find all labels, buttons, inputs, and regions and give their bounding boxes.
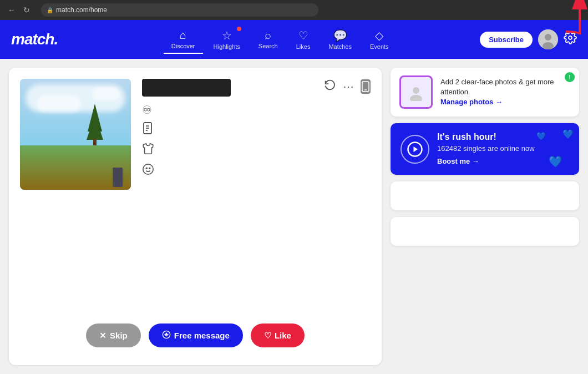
icon-row-3	[142, 143, 371, 158]
lock-icon: 🔒	[47, 7, 53, 13]
svg-point-14	[146, 168, 147, 169]
nav-item-likes[interactable]: ♡ Likes	[288, 26, 318, 54]
user-avatar[interactable]	[538, 29, 558, 49]
shirt-icon	[142, 143, 154, 158]
heart-decoration-3: 💙	[536, 132, 546, 140]
highlights-icon: ☆	[222, 29, 232, 42]
profile-name-redacted	[142, 79, 231, 97]
highlights-badge	[237, 27, 241, 31]
nav-right-section: Subscribe	[480, 29, 577, 49]
cloud-3	[92, 87, 120, 101]
person-silhouette	[113, 168, 123, 187]
svg-point-19	[410, 95, 422, 101]
browser-nav-controls: ← ↻	[6, 4, 32, 16]
infinity-icon: ♾	[142, 103, 152, 117]
skip-icon: ✕	[99, 331, 107, 341]
photo-prompt-avatar	[399, 75, 433, 109]
nav-label-search: Search	[258, 43, 278, 49]
icon-row-2	[142, 122, 371, 137]
cloud-2	[37, 95, 81, 112]
nav-label-events: Events	[370, 43, 389, 50]
tree-svg	[87, 101, 103, 145]
events-icon: ◇	[375, 29, 383, 42]
like-label: Like	[275, 331, 291, 340]
nav-item-discover[interactable]: ⌂ Discover	[164, 26, 203, 54]
browser-chrome: ← ↻ 🔒 match.com/home	[0, 0, 588, 20]
more-options-button[interactable]: ⋯	[343, 80, 354, 93]
empty-card-2	[391, 217, 579, 246]
photo-prompt-card: Add 2 clear-face photos & get more atten…	[391, 68, 579, 117]
nav-links: ⌂ Discover ☆ Highlights ⌕ Search ♡ Likes…	[80, 26, 480, 54]
rush-hour-title: It's rush hour!	[437, 132, 569, 142]
boost-link[interactable]: Boost me →	[437, 157, 479, 165]
profile-top: ♾	[20, 79, 371, 190]
like-button[interactable]: ♡ Like	[251, 324, 305, 347]
svg-point-13	[143, 164, 153, 174]
discover-icon: ⌂	[180, 29, 186, 42]
action-icons: ⋯	[324, 79, 371, 94]
skip-label: Skip	[110, 331, 128, 340]
likes-icon: ♡	[298, 29, 308, 42]
svg-rect-8	[93, 139, 97, 145]
nav-item-search[interactable]: ⌕ Search	[251, 26, 286, 54]
like-icon: ♡	[264, 331, 271, 341]
skip-button[interactable]: ✕ Skip	[86, 324, 141, 347]
profile-icons: ♾	[142, 103, 371, 178]
matches-icon: 💬	[333, 29, 347, 42]
photo-sky	[20, 79, 131, 145]
photo-prompt-text: Add 2 clear-face photos & get more atten…	[440, 77, 570, 108]
undo-button[interactable]	[324, 79, 336, 94]
nav-label-discover: Discover	[171, 43, 195, 49]
address-bar[interactable]: 🔒 match.com/home	[41, 3, 318, 17]
right-sidebar: Add 2 clear-face photos & get more atten…	[391, 68, 579, 365]
reload-button[interactable]: ↻	[21, 4, 32, 16]
main-nav: match. ⌂ Discover ☆ Highlights ⌕ Search …	[0, 20, 588, 59]
svg-marker-21	[414, 146, 418, 152]
svg-point-18	[413, 87, 419, 94]
svg-point-3	[569, 36, 572, 39]
nav-label-likes: Likes	[296, 43, 311, 50]
message-icon	[162, 330, 171, 341]
icon-row-4	[142, 163, 371, 178]
icon-row-1: ♾	[142, 103, 371, 117]
svg-point-1	[545, 34, 551, 41]
action-buttons: ✕ Skip Free message ♡ Like	[20, 317, 371, 354]
empty-card-1	[391, 181, 579, 210]
free-message-button[interactable]: Free message	[149, 324, 243, 347]
svg-point-15	[149, 168, 150, 169]
face-icon	[142, 163, 154, 178]
notification-badge: !	[565, 72, 575, 82]
mobile-icon	[361, 79, 371, 94]
subscribe-button[interactable]: Subscribe	[480, 32, 533, 48]
rush-hour-icon	[401, 135, 429, 164]
photo-ground	[20, 145, 131, 190]
nav-item-highlights[interactable]: ☆ Highlights	[206, 26, 248, 54]
url-text: match.com/home	[56, 6, 107, 14]
message-label: Free message	[174, 331, 230, 340]
profile-top-area: ♾	[20, 79, 371, 190]
photo-prompt-description: Add 2 clear-face photos & get more atten…	[440, 78, 554, 96]
nav-item-events[interactable]: ◇ Events	[362, 26, 397, 54]
profile-card: ♾	[9, 68, 382, 365]
rush-hour-count: 162482 singles are online now	[437, 144, 569, 153]
rush-hour-card: It's rush hour! 162482 singles are onlin…	[391, 123, 579, 175]
search-icon: ⌕	[265, 29, 271, 42]
heart-decoration-2: 💙	[549, 155, 562, 168]
profile-photo	[20, 79, 131, 190]
checklist-icon	[142, 122, 153, 137]
main-content: ♾	[0, 59, 588, 374]
nav-label-matches: Matches	[328, 43, 352, 50]
back-button[interactable]: ←	[6, 4, 18, 16]
heart-decoration-1: 💙	[562, 129, 574, 139]
nav-label-highlights: Highlights	[214, 43, 240, 50]
settings-button[interactable]	[564, 31, 577, 48]
profile-info: ♾	[142, 79, 371, 190]
site-logo: match.	[11, 31, 58, 48]
nav-item-matches[interactable]: 💬 Matches	[321, 26, 359, 54]
manage-photos-link[interactable]: Manage photos →	[440, 98, 503, 106]
